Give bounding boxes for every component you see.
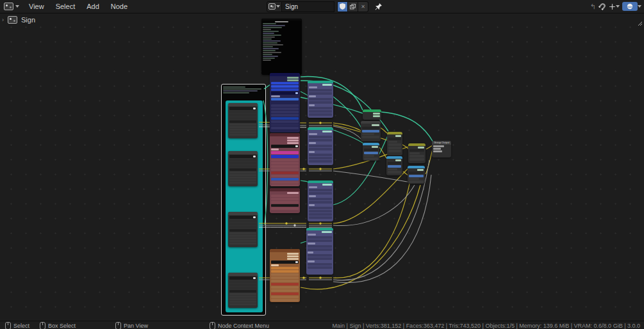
node-row[interactable] (309, 110, 332, 113)
node-row[interactable] (271, 172, 299, 174)
image-node-2[interactable] (228, 151, 258, 186)
node-row[interactable] (271, 98, 299, 100)
node-row[interactable] (309, 86, 317, 88)
transform-node-4[interactable] (306, 228, 333, 275)
node-row[interactable] (388, 141, 397, 143)
node-row[interactable] (229, 243, 256, 245)
node-group-red-small[interactable] (270, 188, 300, 213)
node-row[interactable] (271, 85, 299, 88)
node-row[interactable] (433, 150, 442, 152)
group-output-node[interactable]: Group Output (432, 141, 451, 157)
node-row[interactable] (308, 263, 332, 266)
node-row[interactable] (271, 120, 299, 123)
new-copy-button[interactable] (348, 1, 358, 12)
node-row[interactable] (271, 155, 299, 158)
node-row[interactable] (364, 155, 374, 157)
node-row[interactable] (271, 175, 299, 177)
node-row[interactable] (417, 169, 424, 171)
node-row[interactable] (433, 148, 441, 150)
node-row[interactable] (271, 145, 299, 148)
node-row[interactable] (409, 175, 424, 177)
node-row[interactable] (229, 280, 256, 283)
node-row[interactable] (229, 226, 256, 229)
node-row[interactable] (229, 117, 256, 120)
node-row[interactable] (271, 280, 299, 282)
node-header[interactable] (228, 151, 258, 154)
node-row[interactable] (271, 127, 299, 129)
node-row[interactable] (229, 159, 256, 161)
node-row[interactable] (372, 124, 379, 126)
node-row[interactable] (309, 95, 316, 97)
node-row[interactable] (271, 104, 299, 107)
node-row[interactable] (388, 138, 401, 140)
node-row[interactable] (287, 255, 299, 257)
node-row[interactable] (308, 261, 315, 262)
node-row[interactable] (271, 165, 299, 168)
node-row[interactable] (322, 84, 332, 86)
node-header[interactable] (408, 143, 425, 146)
node-row[interactable] (409, 149, 424, 152)
node-row[interactable] (309, 207, 332, 209)
node-row[interactable] (309, 139, 332, 141)
node-row[interactable] (309, 157, 332, 159)
node-row[interactable] (229, 126, 256, 128)
node-header[interactable] (408, 166, 425, 168)
node-row[interactable] (287, 79, 299, 81)
node-row[interactable] (229, 290, 256, 293)
node-header[interactable] (270, 188, 300, 191)
node-row[interactable] (322, 131, 332, 132)
node-row[interactable] (309, 210, 332, 213)
overlays-toggle[interactable] (622, 2, 638, 11)
node-row[interactable] (287, 137, 299, 139)
node-header[interactable] (228, 212, 258, 215)
node-row[interactable] (271, 162, 299, 164)
node-row[interactable] (229, 155, 256, 158)
node-row[interactable] (271, 289, 299, 292)
node-header[interactable] (308, 181, 333, 183)
node-row[interactable] (271, 178, 299, 181)
node-row[interactable] (409, 152, 420, 154)
node-row[interactable] (271, 267, 299, 269)
node-row[interactable] (229, 301, 256, 303)
info-panel-node[interactable] (261, 19, 302, 75)
node-row[interactable] (418, 147, 424, 148)
node-row[interactable] (309, 107, 332, 109)
node-row[interactable] (271, 207, 299, 210)
snap-mode-dropdown[interactable] (609, 3, 620, 10)
node-row[interactable] (287, 258, 299, 260)
node-row[interactable] (322, 231, 332, 233)
node-row[interactable] (309, 104, 315, 106)
node-row[interactable] (362, 136, 379, 138)
overlays-dropdown[interactable] (622, 2, 641, 11)
node-group-blue[interactable] (270, 73, 300, 132)
node-row[interactable] (308, 239, 332, 242)
node-row[interactable] (271, 88, 299, 91)
area-corner-widget[interactable] (638, 17, 643, 29)
mix-node-1[interactable] (387, 132, 402, 156)
node-row[interactable] (388, 150, 401, 152)
node-row[interactable] (229, 303, 256, 305)
menu-node[interactable]: Node (105, 0, 133, 13)
node-row[interactable] (308, 236, 332, 239)
node-row[interactable] (388, 168, 397, 170)
node-row[interactable] (309, 216, 332, 219)
node-row[interactable] (271, 101, 299, 104)
node-row[interactable] (229, 107, 256, 110)
node-row[interactable] (229, 131, 256, 133)
node-row[interactable] (229, 172, 256, 173)
node-row[interactable] (409, 158, 424, 161)
node-row[interactable] (229, 232, 256, 234)
node-row[interactable] (287, 77, 299, 79)
node-row[interactable] (309, 148, 332, 150)
node-row[interactable] (364, 157, 378, 160)
tree-name-input[interactable]: Sign (282, 1, 334, 12)
transform-node-2[interactable] (308, 127, 333, 165)
node-row[interactable] (309, 201, 332, 204)
math-node-2[interactable] (363, 143, 379, 161)
node-row[interactable] (308, 257, 332, 260)
node-row[interactable] (271, 201, 299, 204)
node-row[interactable] (309, 89, 332, 92)
node-header[interactable] (363, 143, 379, 145)
node-row[interactable] (308, 266, 332, 269)
math-node-1[interactable] (361, 121, 381, 141)
